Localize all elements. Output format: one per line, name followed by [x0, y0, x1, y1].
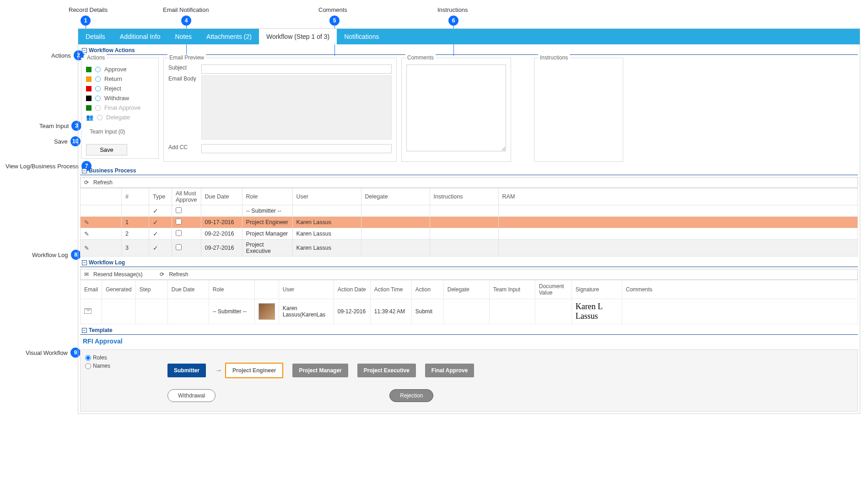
callout-9: Visual Workflow 9: [26, 348, 81, 358]
vw-node-project-engineer[interactable]: Project Engineer: [225, 363, 283, 378]
callout-1: Record Details 1: [69, 6, 108, 13]
collapse-icon[interactable]: −: [82, 328, 87, 333]
action-final-approve: Final Approve: [86, 103, 154, 113]
section-business-process: − Business Process: [80, 166, 858, 175]
radio-icon: [95, 105, 101, 111]
radio-icon[interactable]: [95, 86, 101, 91]
email-body-area[interactable]: [201, 75, 392, 139]
body-label: Email Body: [168, 75, 197, 82]
arrow-right-icon: →: [215, 366, 222, 375]
refresh-button[interactable]: Refresh: [93, 179, 113, 186]
callout-6: Instructions 6: [437, 6, 468, 13]
callout-10: Save 10: [54, 136, 81, 146]
action-return[interactable]: Return: [86, 74, 154, 84]
vw-node-submitter[interactable]: Submitter: [167, 364, 206, 377]
tab-notes[interactable]: Notes: [168, 29, 199, 44]
square-black-icon: [86, 96, 92, 101]
callout-8: Workflow Log 8: [32, 250, 81, 260]
comments-textarea[interactable]: [406, 64, 506, 151]
edit-icon[interactable]: ✎: [84, 245, 89, 252]
mail-icon[interactable]: [84, 308, 92, 314]
tab-notifications[interactable]: Notifications: [337, 29, 386, 44]
all-must-checkbox[interactable]: [176, 244, 182, 250]
action-withdraw[interactable]: Withdraw: [86, 93, 154, 103]
edit-icon[interactable]: ✎: [84, 231, 89, 237]
instructions-box: Instructions: [534, 58, 623, 162]
vw-node-final-approve[interactable]: Final Approve: [425, 364, 474, 377]
table-row[interactable]: ✎ 2 ✓ 09-22-2016 Project Manager Karen L…: [81, 228, 858, 240]
callout-4: Email Notification 4: [163, 6, 209, 13]
collapse-icon[interactable]: −: [82, 48, 87, 53]
vw-radio-group: Roles Names: [85, 354, 110, 371]
resend-icon[interactable]: ✉: [84, 271, 89, 278]
check-icon: ✓: [153, 219, 158, 226]
vw-node-project-manager[interactable]: Project Manager: [292, 364, 348, 377]
subject-input[interactable]: [201, 64, 392, 74]
team-input-label: Team Input (0): [90, 129, 125, 135]
action-approve[interactable]: Approve: [86, 64, 154, 74]
tab-details[interactable]: Details: [78, 29, 113, 44]
all-must-checkbox[interactable]: [176, 230, 182, 236]
actions-box: Actions Approve Return Reject: [81, 58, 159, 159]
avatar: [259, 303, 275, 320]
tab-workflow[interactable]: Workflow (Step 1 of 3): [259, 29, 337, 44]
email-preview-box: Email Preview Subject Email Body Add CC: [163, 58, 397, 162]
collapse-icon[interactable]: −: [82, 168, 87, 173]
bp-toolbar: ⟳ Refresh: [80, 177, 858, 188]
table-row[interactable]: ✎ 1 ✓ 09-17-2016 Project Engineer Karen …: [81, 217, 858, 228]
resend-button[interactable]: Resend Message(s): [93, 271, 142, 278]
collapse-icon[interactable]: −: [82, 260, 87, 265]
tab-additional-info[interactable]: Additional Info: [113, 29, 168, 44]
table-row[interactable]: -- Submitter -- Karen Lassus(KarenLas 09…: [81, 299, 858, 324]
square-orange-icon: [86, 76, 92, 82]
tab-bar: Details Additional Info Notes Attachment…: [78, 29, 860, 44]
callout-3: Team Input 3: [39, 121, 81, 131]
refresh-icon[interactable]: ⟳: [160, 271, 164, 278]
signature: Karen L Lassus: [576, 302, 603, 321]
wl-toolbar: ✉ Resend Message(s) ⟳ Refresh: [80, 269, 858, 280]
action-delegate: 👥 Delegate: [86, 113, 154, 122]
vw-node-project-executive[interactable]: Project Executive: [357, 364, 416, 377]
workflow-log-table: Email Generated Step Due Date Role User …: [80, 280, 858, 324]
radio-icon[interactable]: [95, 96, 101, 101]
instructions-title: Instructions: [538, 54, 570, 61]
all-must-checkbox[interactable]: [176, 207, 182, 213]
section-workflow-log: − Workflow Log: [80, 258, 858, 267]
callout-5: Comments 5: [318, 6, 347, 13]
business-process-table: # Type All Must Approve Due Date Role Us…: [80, 188, 858, 257]
refresh-icon[interactable]: ⟳: [84, 179, 89, 186]
roles-radio[interactable]: Roles: [85, 354, 110, 361]
vw-node-withdrawal[interactable]: Withdrawal: [167, 389, 216, 402]
all-must-checkbox[interactable]: [176, 219, 182, 225]
radio-icon[interactable]: [95, 67, 101, 72]
square-red-icon: [86, 86, 92, 91]
tab-attachments[interactable]: Attachments (2): [199, 29, 259, 44]
square-green-icon: [86, 105, 92, 111]
check-icon: ✓: [153, 244, 158, 252]
template-title: RFI Approval: [78, 335, 860, 348]
refresh-button[interactable]: Refresh: [169, 271, 188, 278]
section-workflow-actions: − Workflow Actions: [80, 46, 858, 55]
addcc-input[interactable]: [201, 144, 392, 153]
email-preview-title: Email Preview: [167, 54, 206, 61]
radio-icon: [97, 115, 102, 120]
names-radio[interactable]: Names: [85, 363, 110, 369]
vw-node-rejection[interactable]: Rejection: [389, 389, 433, 402]
addcc-label: Add CC: [168, 144, 197, 150]
edit-icon[interactable]: ✎: [84, 219, 89, 226]
comments-title: Comments: [405, 54, 436, 61]
table-row[interactable]: ✓ -- Submitter --: [81, 205, 858, 217]
radio-icon[interactable]: [95, 76, 101, 82]
save-button[interactable]: Save: [86, 144, 127, 155]
actions-title: Actions: [85, 54, 107, 61]
delegate-icon: 👥: [86, 114, 93, 121]
check-icon: ✓: [153, 207, 158, 214]
subject-label: Subject: [168, 64, 197, 71]
visual-workflow-area: Roles Names Submitter → Project Engineer…: [80, 349, 858, 412]
check-icon: ✓: [153, 230, 158, 237]
main-panel: Details Additional Info Notes Attachment…: [78, 28, 860, 414]
action-reject[interactable]: Reject: [86, 84, 154, 93]
table-row[interactable]: ✎ 3 ✓ 09-27-2016 Project Executive Karen…: [81, 240, 858, 257]
comments-box: Comments: [401, 58, 511, 162]
square-green-icon: [86, 67, 92, 72]
